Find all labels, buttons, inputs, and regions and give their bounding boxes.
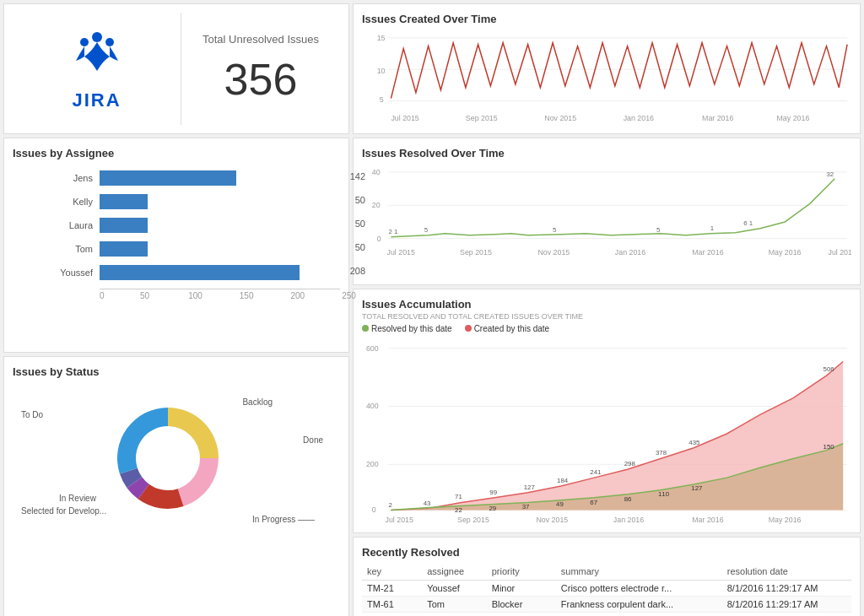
svg-text:5: 5 xyxy=(380,95,384,104)
bar-fill xyxy=(100,170,236,186)
svg-text:Mar 2016: Mar 2016 xyxy=(692,516,723,524)
issues-created-svg: 15 10 5 Jul 2015 Sep 2015 Nov 2015 Jan 2… xyxy=(362,27,851,128)
cell-key: TM-61 xyxy=(362,597,422,613)
bar-row: Kelly 50 xyxy=(46,194,340,209)
bar-row: Laura 50 xyxy=(46,218,340,233)
bar-track: 208 xyxy=(100,265,340,280)
cell-priority: Trivial xyxy=(487,613,556,617)
svg-text:May 2016: May 2016 xyxy=(769,516,802,524)
svg-text:Nov 2015: Nov 2015 xyxy=(544,114,576,122)
cell-key: TM-21 xyxy=(362,581,422,597)
left-column: JIRA Total Unresolved Issues 356 Issues … xyxy=(3,3,349,616)
status-chart-title: Issues by Status xyxy=(13,365,340,378)
header-card: JIRA Total Unresolved Issues 356 xyxy=(3,3,349,134)
svg-text:378: 378 xyxy=(656,449,667,457)
table-row: TM-68 Laura Trivial Stinks waterworks co… xyxy=(362,613,851,617)
bar-value: 50 xyxy=(355,195,365,205)
created-legend: Created by this date xyxy=(465,324,550,333)
bar-track: 50 xyxy=(100,218,340,233)
accumulation-subtitle: TOTAL RESOLVED AND TOTAL CREATED ISSUES … xyxy=(362,312,851,321)
bar-fill xyxy=(100,218,148,233)
bar-value: 142 xyxy=(350,171,365,181)
col-header-summary: summary xyxy=(556,563,722,581)
table-row: TM-61 Tom Blocker Frankness corpulent da… xyxy=(362,597,851,613)
accumulation-title: Issues Accumulation xyxy=(362,298,851,311)
svg-text:127: 127 xyxy=(691,484,702,492)
svg-text:May 2016: May 2016 xyxy=(777,114,810,122)
svg-text:400: 400 xyxy=(366,403,379,411)
svg-text:127: 127 xyxy=(524,484,535,491)
svg-text:150: 150 xyxy=(824,443,835,451)
status-chart-card: Issues by Status Backlog To Do Selected … xyxy=(3,356,349,616)
total-box: Total Unresolved Issues 356 xyxy=(181,13,340,125)
svg-text:Jul 2016: Jul 2016 xyxy=(828,248,851,257)
svg-text:Jan 2016: Jan 2016 xyxy=(613,516,644,524)
col-header-assignee: assignee xyxy=(422,563,487,581)
svg-text:2: 2 xyxy=(388,501,392,509)
bar-row: Jens 142 xyxy=(46,170,340,186)
svg-text:71: 71 xyxy=(455,493,462,500)
svg-text:Sep 2015: Sep 2015 xyxy=(460,248,492,257)
svg-text:600: 600 xyxy=(366,344,379,353)
jira-logo-icon xyxy=(68,27,127,86)
svg-text:298: 298 xyxy=(624,460,636,467)
bar-fill xyxy=(100,265,300,280)
svg-text:67: 67 xyxy=(590,499,597,506)
cell-assignee: Tom xyxy=(422,597,487,613)
recently-resolved-title: Recently Resolved xyxy=(362,546,851,559)
svg-text:99: 99 xyxy=(489,489,497,496)
svg-text:Jul 2015: Jul 2015 xyxy=(386,516,413,524)
svg-text:Nov 2015: Nov 2015 xyxy=(536,516,568,524)
cell-priority: Minor xyxy=(487,581,556,597)
svg-text:Jan 2016: Jan 2016 xyxy=(624,114,654,122)
bar-track: 50 xyxy=(100,194,340,209)
svg-text:10: 10 xyxy=(377,67,386,75)
svg-text:Mar 2016: Mar 2016 xyxy=(702,114,733,122)
bar-label: Laura xyxy=(46,220,93,230)
dashboard: JIRA Total Unresolved Issues 356 Issues … xyxy=(0,0,864,616)
total-label: Total Unresolved Issues xyxy=(202,33,319,46)
svg-text:6 1: 6 1 xyxy=(743,219,753,227)
svg-text:110: 110 xyxy=(658,490,670,498)
cell-summary: Stinks waterworks contra... xyxy=(556,613,722,617)
svg-text:32: 32 xyxy=(827,170,834,178)
svg-text:435: 435 xyxy=(688,439,700,446)
col-header-date: resolution date xyxy=(722,563,851,581)
svg-point-0 xyxy=(92,32,102,42)
issues-resolved-title: Issues Resolved Over Time xyxy=(362,147,851,159)
accumulation-legend: Resolved by this date Created by this da… xyxy=(362,324,851,333)
right-column: Issues Created Over Time 15 10 5 Jul 201… xyxy=(353,3,861,616)
svg-text:1: 1 xyxy=(710,224,714,232)
donut-segment xyxy=(117,408,168,474)
cell-assignee: Laura xyxy=(422,613,487,617)
bar-row: Youssef 208 xyxy=(46,265,340,280)
issues-created-title: Issues Created Over Time xyxy=(362,13,851,25)
assignee-bar-chart: Jens 142 Kelly 50 Laura 50 Tom 50 Yousse… xyxy=(13,166,340,300)
cell-summary: Frankness corpulent dark... xyxy=(556,597,722,613)
svg-text:29: 29 xyxy=(489,505,496,512)
svg-text:Jul 2015: Jul 2015 xyxy=(386,248,414,257)
cell-key: TM-68 xyxy=(362,613,422,617)
assignee-chart-title: Issues by Assignee xyxy=(13,147,340,159)
bar-label: Tom xyxy=(46,244,93,254)
svg-text:15: 15 xyxy=(377,34,386,42)
total-number: 356 xyxy=(224,54,298,105)
svg-text:22: 22 xyxy=(455,506,462,514)
bar-row: Tom 50 xyxy=(46,241,340,257)
accumulation-card: Issues Accumulation TOTAL RESOLVED AND T… xyxy=(353,289,861,533)
cell-date: 8/1/2016 11:29:17 AM xyxy=(722,581,851,597)
svg-text:5: 5 xyxy=(553,226,557,234)
svg-text:43: 43 xyxy=(424,500,431,507)
issues-created-card: Issues Created Over Time 15 10 5 Jul 201… xyxy=(353,3,861,134)
cell-assignee: Youssef xyxy=(422,581,487,597)
donut-segment xyxy=(178,458,219,506)
resolved-table: key assignee priority summary resolution… xyxy=(362,563,851,616)
issues-resolved-card: Issues Resolved Over Time 40 20 0 2 1 5 … xyxy=(353,138,861,285)
donut-segment xyxy=(168,408,219,458)
svg-text:184: 184 xyxy=(557,477,569,484)
svg-text:20: 20 xyxy=(372,201,381,209)
recently-resolved-card: Recently Resolved key assignee priority … xyxy=(353,537,861,616)
svg-text:Jul 2015: Jul 2015 xyxy=(391,114,418,122)
svg-text:Nov 2015: Nov 2015 xyxy=(537,248,570,257)
cell-date: 8/1/2016 11:29:17 AM xyxy=(722,597,851,613)
